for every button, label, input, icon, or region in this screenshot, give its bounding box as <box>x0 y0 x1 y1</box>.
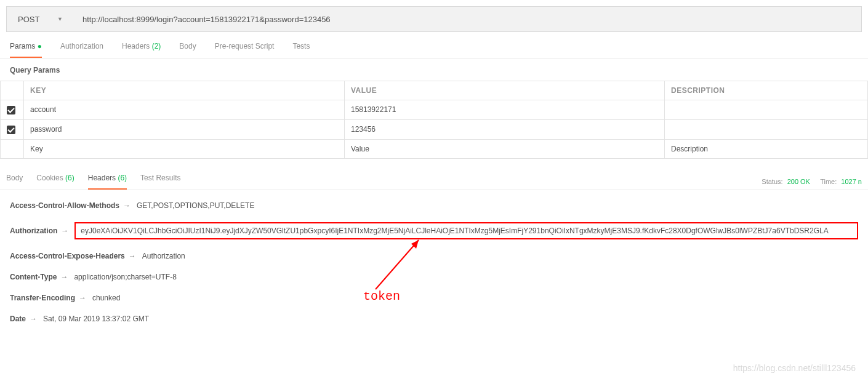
header-row: Access-Control-Expose-Headers→Authorizat… <box>10 252 858 260</box>
chevron-down-icon: ▼ <box>57 16 63 22</box>
method-select[interactable]: POST ▼ <box>7 15 71 24</box>
checkbox-icon[interactable] <box>7 106 15 114</box>
tab-headers[interactable]: Headers (2) <box>122 42 161 58</box>
request-bar: POST ▼ <box>6 6 862 32</box>
header-row: Content-Type→application/json;charset=UT… <box>10 273 858 281</box>
arrow-right-icon: → <box>61 227 68 235</box>
param-desc[interactable] <box>665 100 868 120</box>
response-tabs: Body Cookies (6) Headers (6) Test Result… <box>5 174 180 190</box>
param-key-placeholder[interactable]: Key <box>24 139 345 158</box>
header-row: Date→Sat, 09 Mar 2019 13:37:02 GMT <box>10 315 858 323</box>
checkbox-icon[interactable] <box>7 126 15 134</box>
table-row: account 15813922171 <box>1 100 868 120</box>
param-key[interactable]: password <box>24 119 345 139</box>
response-headers-list: Access-Control-Allow-Methods→GET,POST,OP… <box>0 190 868 347</box>
tab-tests[interactable]: Tests <box>292 42 310 58</box>
header-value: chunked <box>92 294 120 302</box>
header-value: GET,POST,OPTIONS,PUT,DELETE <box>137 201 254 210</box>
url-input[interactable] <box>71 7 861 31</box>
annotation-token: token <box>363 289 400 303</box>
header-row: Authorization→eyJ0eXAiOiJKV1QiLCJhbGciOi… <box>10 222 858 239</box>
arrow-right-icon: → <box>79 294 86 302</box>
col-check <box>1 81 24 100</box>
param-desc[interactable] <box>665 119 868 139</box>
param-value[interactable]: 15813922171 <box>345 100 665 120</box>
header-key: Access-Control-Expose-Headers <box>10 252 125 260</box>
header-row: Transfer-Encoding→chunked <box>10 294 858 302</box>
params-table: KEY VALUE DESCRIPTION account 1581392217… <box>0 81 868 159</box>
arrow-right-icon: → <box>129 252 136 260</box>
dot-icon: ● <box>38 42 42 50</box>
table-row: password 123456 <box>1 119 868 139</box>
col-value: VALUE <box>345 81 665 100</box>
resp-tab-headers[interactable]: Headers (6) <box>88 174 127 190</box>
header-key: Content-Type <box>10 273 57 281</box>
header-value: Authorization <box>142 252 185 260</box>
method-label: POST <box>18 15 39 24</box>
tab-params[interactable]: Params ● <box>10 42 42 58</box>
header-row: Access-Control-Allow-Methods→GET,POST,OP… <box>10 201 858 210</box>
query-params-title: Query Params <box>0 58 868 81</box>
header-value: application/json;charset=UTF-8 <box>74 273 176 281</box>
arrow-right-icon: → <box>60 273 68 281</box>
param-value[interactable]: 123456 <box>345 119 665 139</box>
header-value: eyJ0eXAiOiJKV1QiLCJhbGciOiJIUzI1NiJ9.eyJ… <box>74 222 858 239</box>
col-desc: DESCRIPTION <box>665 81 868 100</box>
col-key: KEY <box>24 81 345 100</box>
header-value: Sat, 09 Mar 2019 13:37:02 GMT <box>43 315 149 323</box>
tab-authorization[interactable]: Authorization <box>60 42 103 58</box>
response-bar: Body Cookies (6) Headers (6) Test Result… <box>0 165 868 190</box>
table-row-new: Key Value Description <box>1 139 868 158</box>
param-key[interactable]: account <box>24 100 345 120</box>
tab-prerequest[interactable]: Pre-request Script <box>215 42 275 58</box>
tab-body[interactable]: Body <box>179 42 196 58</box>
header-key: Access-Control-Allow-Methods <box>10 201 119 210</box>
resp-tab-tests[interactable]: Test Results <box>140 174 180 190</box>
resp-tab-cookies[interactable]: Cookies (6) <box>36 174 74 190</box>
request-tabs: Params ● Authorization Headers (2) Body … <box>0 38 868 58</box>
arrow-right-icon: → <box>123 201 131 210</box>
header-key: Transfer-Encoding <box>10 294 75 302</box>
param-value-placeholder[interactable]: Value <box>345 139 665 158</box>
header-key: Date <box>10 315 26 323</box>
arrow-right-icon: → <box>30 315 37 323</box>
response-status: Status: 200 OK Time: 1027 n <box>759 178 862 185</box>
param-desc-placeholder[interactable]: Description <box>665 139 868 158</box>
resp-tab-body[interactable]: Body <box>6 174 23 190</box>
header-key: Authorization <box>10 227 57 235</box>
